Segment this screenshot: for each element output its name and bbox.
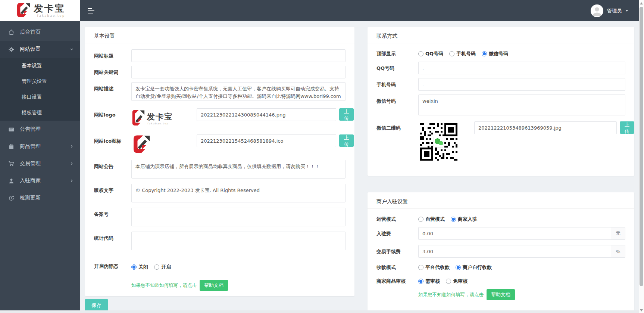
radio-mode-self[interactable] xyxy=(418,217,423,222)
keywords-input[interactable] xyxy=(131,66,346,78)
chevron-right-icon xyxy=(70,145,74,148)
merchant-title: 商户入驻设置 xyxy=(368,192,634,209)
update-icon xyxy=(8,195,15,201)
radio-pseudo-static-off[interactable] xyxy=(131,264,137,270)
radio-collection-platform[interactable] xyxy=(418,265,423,270)
contact-title: 联系方式 xyxy=(368,27,634,43)
qrcode-filename-input[interactable] xyxy=(474,121,617,134)
submenu-template-management[interactable]: 模板管理 xyxy=(0,105,80,121)
analytics-textarea[interactable] xyxy=(131,232,346,250)
svg-text:发卡宝: 发卡宝 xyxy=(146,112,172,121)
submenu-api-settings[interactable]: 接口设置 xyxy=(0,89,80,105)
wechat-textarea[interactable]: weixin xyxy=(418,94,625,115)
help-text: 如果您不知道如何填写，请点击 xyxy=(131,282,197,289)
icp-label: 备案号 xyxy=(94,208,131,218)
copyright-label: 版权文字 xyxy=(94,184,131,194)
merchant-settings-card: 商户入驻设置 运营模式 自营模式 商家入驻 入驻费 元 交易手续费 xyxy=(368,192,634,313)
scrollbar-thumb[interactable] xyxy=(640,7,643,286)
radio-collection-self[interactable] xyxy=(456,265,461,270)
radio-audit-free[interactable] xyxy=(446,279,451,284)
basic-settings-title: 基本设置 xyxy=(85,27,354,43)
sidebar-item-site-settings[interactable]: 网站设置 xyxy=(0,41,80,58)
wechat-qrcode-image xyxy=(418,121,459,162)
mode-label: 运营模式 xyxy=(376,215,418,223)
pseudo-static-radio-group: 关闭 开启 xyxy=(131,263,346,270)
user-name: 管理员 xyxy=(607,7,622,14)
commission-input[interactable] xyxy=(418,245,611,258)
radio-top-phone[interactable] xyxy=(449,51,454,56)
icp-textarea[interactable] xyxy=(131,208,346,226)
radio-mode-merchant[interactable] xyxy=(451,217,456,222)
sidebar-item-transactions[interactable]: 交易管理 xyxy=(0,155,80,172)
vertical-scrollbar[interactable] xyxy=(639,0,644,313)
ico-upload-button[interactable]: 上传 xyxy=(339,134,354,147)
brand-name: 发卡宝 xyxy=(34,4,65,13)
ico-filename-input[interactable] xyxy=(197,134,336,147)
cart-icon xyxy=(8,161,15,167)
scroll-down-arrow-icon[interactable] xyxy=(640,309,643,312)
basic-settings-card: 基本设置 网站标题 网站关键词 网站描述 发卡宝是一套功能强大的卡密寄售系统，无… xyxy=(85,27,354,296)
keywords-label: 网站关键词 xyxy=(94,66,131,76)
sidebar-item-merchants[interactable]: 入驻商家 xyxy=(0,172,80,189)
sidebar-item-dashboard[interactable]: 后台首页 xyxy=(0,24,80,41)
gear-icon xyxy=(8,46,15,53)
user-icon xyxy=(8,178,15,184)
logo-upload-button[interactable]: 上传 xyxy=(339,108,354,121)
brand-domain: fakabao.top xyxy=(37,14,65,18)
avatar xyxy=(591,4,603,17)
collection-radio-group: 平台代收款 商户自行收款 xyxy=(418,263,625,271)
commission-label: 交易手续费 xyxy=(376,245,418,255)
main-content: 基本设置 网站标题 网站关键词 网站描述 发卡宝是一套功能强大的卡密寄售系统，无… xyxy=(80,21,639,313)
bag-icon xyxy=(8,143,15,150)
qrcode-label: 微信二维码 xyxy=(376,121,418,131)
top-display-radio-group: QQ号码 手机号码 微信号码 xyxy=(418,49,625,57)
sidebar-item-check-update[interactable]: 检测更新 xyxy=(0,189,80,207)
radio-pseudo-static-on[interactable] xyxy=(154,264,159,270)
ico-label: 网站ico图标 xyxy=(94,134,131,145)
submenu-admin-settings[interactable]: 管理员设置 xyxy=(0,74,80,89)
scroll-up-arrow-icon[interactable] xyxy=(640,2,643,4)
entry-fee-label: 入驻费 xyxy=(376,227,418,237)
phone-label: 手机号码 xyxy=(376,78,418,88)
svg-text:fakabao.top: fakabao.top xyxy=(147,122,169,125)
ico-preview xyxy=(131,134,197,155)
radio-top-qq[interactable] xyxy=(418,51,423,56)
entry-fee-input[interactable] xyxy=(418,227,611,240)
qrcode-upload-button[interactable]: 上传 xyxy=(620,121,634,134)
brand-logo-icon xyxy=(15,2,31,19)
audit-label: 商家商品审核 xyxy=(376,277,418,285)
help-doc-button[interactable]: 帮助文档 xyxy=(487,289,515,300)
audit-radio-group: 需审核 免审核 xyxy=(418,277,625,285)
commission-unit: % xyxy=(611,245,625,258)
site-title-label: 网站标题 xyxy=(94,49,131,59)
sidebar-item-products[interactable]: 商品管理 xyxy=(0,138,80,155)
sidebar-item-announcements[interactable]: 公告管理 xyxy=(0,121,80,138)
logo-filename-input[interactable] xyxy=(197,108,336,121)
logo-label: 网站logo xyxy=(94,108,131,118)
wechat-label: 微信号码 xyxy=(376,94,418,105)
sidebar: 发卡宝 fakabao.top 后台首页 网站设置 基本设置 xyxy=(0,0,80,313)
brand-logo[interactable]: 发卡宝 fakabao.top xyxy=(0,0,80,21)
radio-audit-required[interactable] xyxy=(418,279,423,284)
entry-fee-unit: 元 xyxy=(611,227,625,240)
mode-radio-group: 自营模式 商家入驻 xyxy=(418,215,625,223)
sidebar-menu: 后台首页 网站设置 基本设置 管理员设置 接口设置 模板管理 xyxy=(0,21,80,207)
copyright-textarea[interactable]: © Copyright 2022-2023 发卡宝. All Rights Re… xyxy=(131,184,346,202)
submenu-basic-settings[interactable]: 基本设置 xyxy=(0,58,80,74)
horizontal-scrollbar[interactable] xyxy=(0,310,639,313)
user-menu[interactable]: 管理员 xyxy=(591,4,628,17)
description-textarea[interactable]: 发卡宝是一套功能强大的卡密寄售系统，无需人工值守，客户在线购买即可自动完成交易。… xyxy=(131,82,346,101)
chevron-down-icon xyxy=(70,47,74,51)
site-title-input[interactable] xyxy=(131,49,346,62)
chevron-right-icon xyxy=(70,179,74,183)
notice-textarea[interactable]: 本店铺为演示店铺，所有展示的商品均非真实商品，仅供填充数据用，请勿购买！！！ xyxy=(131,160,346,179)
analytics-label: 统计代码 xyxy=(94,232,131,242)
qq-input[interactable] xyxy=(418,62,625,74)
contact-card: 联系方式 顶部显示 QQ号码 手机号码 微信号码 QQ号码 手机号码 xyxy=(368,27,634,176)
pseudo-static-label: 开启伪静态 xyxy=(94,263,131,270)
top-display-label: 顶部显示 xyxy=(376,49,418,57)
help-doc-button[interactable]: 帮助文档 xyxy=(200,280,228,291)
sidebar-toggle-button[interactable] xyxy=(88,7,95,15)
phone-input[interactable] xyxy=(418,78,625,91)
radio-top-wechat[interactable] xyxy=(482,51,487,56)
